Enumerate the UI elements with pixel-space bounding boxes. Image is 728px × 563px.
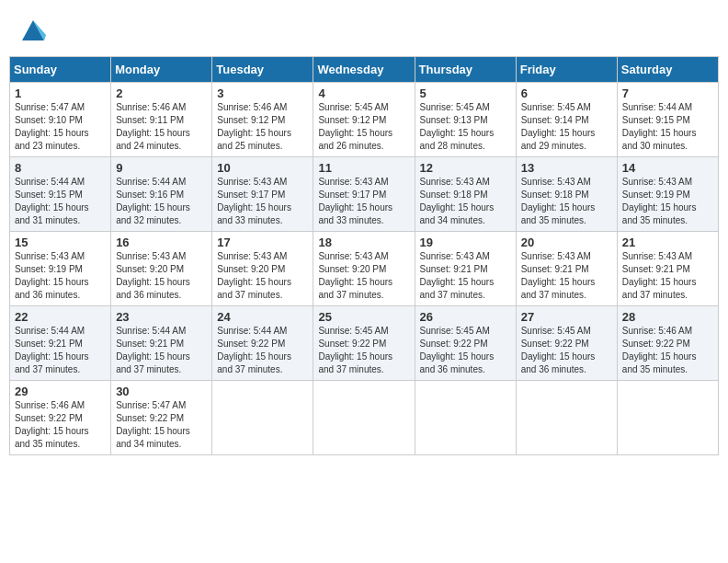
day-number: 24 [217,310,308,324]
day-of-week-header: Thursday [415,57,516,83]
day-number: 12 [420,161,511,175]
day-of-week-header: Monday [111,57,212,83]
day-number: 16 [116,236,207,249]
header [9,9,719,51]
day-number: 8 [15,161,106,175]
day-info: Sunrise: 5:44 AMSunset: 9:21 PMDaylight:… [15,325,106,376]
day-info: Sunrise: 5:47 AMSunset: 9:10 PMDaylight:… [15,101,106,153]
day-info: Sunrise: 5:45 AMSunset: 9:22 PMDaylight:… [420,325,511,376]
calendar-cell: 13Sunrise: 5:43 AMSunset: 9:18 PMDayligh… [516,157,617,232]
day-number: 18 [318,236,409,249]
day-info: Sunrise: 5:43 AMSunset: 9:20 PMDaylight:… [318,250,409,302]
day-info: Sunrise: 5:44 AMSunset: 9:22 PMDaylight:… [217,325,308,376]
calendar-cell: 11Sunrise: 5:43 AMSunset: 9:17 PMDayligh… [313,157,415,232]
day-number: 21 [622,236,713,249]
calendar-week-row: 15Sunrise: 5:43 AMSunset: 9:19 PMDayligh… [10,232,719,306]
day-info: Sunrise: 5:46 AMSunset: 9:12 PMDaylight:… [217,101,308,153]
calendar-cell: 23Sunrise: 5:44 AMSunset: 9:21 PMDayligh… [111,306,212,381]
day-info: Sunrise: 5:43 AMSunset: 9:20 PMDaylight:… [116,250,207,302]
day-number: 13 [521,161,612,175]
day-number: 6 [521,86,612,100]
calendar-cell: 15Sunrise: 5:43 AMSunset: 9:19 PMDayligh… [10,232,111,306]
day-info: Sunrise: 5:43 AMSunset: 9:17 PMDaylight:… [318,176,409,227]
day-number: 9 [116,161,207,175]
day-number: 25 [318,310,409,324]
day-of-week-header: Tuesday [212,57,313,83]
calendar-cell: 1Sunrise: 5:47 AMSunset: 9:10 PMDaylight… [10,83,111,157]
day-info: Sunrise: 5:45 AMSunset: 9:22 PMDaylight:… [521,325,612,376]
calendar-cell: 8Sunrise: 5:44 AMSunset: 9:15 PMDaylight… [10,157,111,232]
calendar-cell: 4Sunrise: 5:45 AMSunset: 9:12 PMDaylight… [313,83,415,157]
calendar-week-row: 29Sunrise: 5:46 AMSunset: 9:22 PMDayligh… [10,381,719,455]
calendar-week-row: 8Sunrise: 5:44 AMSunset: 9:15 PMDaylight… [10,157,719,232]
day-number: 4 [318,86,409,100]
calendar-cell: 30Sunrise: 5:47 AMSunset: 9:22 PMDayligh… [111,381,212,455]
calendar-cell: 14Sunrise: 5:43 AMSunset: 9:19 PMDayligh… [617,157,718,232]
calendar-cell: 3Sunrise: 5:46 AMSunset: 9:12 PMDaylight… [212,83,313,157]
day-number: 15 [15,236,106,249]
calendar-cell [313,381,415,455]
day-number: 1 [15,86,106,100]
calendar-cell: 2Sunrise: 5:46 AMSunset: 9:11 PMDaylight… [111,83,212,157]
calendar-cell: 24Sunrise: 5:44 AMSunset: 9:22 PMDayligh… [212,306,313,381]
day-of-week-header: Sunday [10,57,111,83]
calendar-cell [617,381,718,455]
day-number: 10 [217,161,308,175]
calendar-cell: 28Sunrise: 5:46 AMSunset: 9:22 PMDayligh… [617,306,718,381]
day-info: Sunrise: 5:44 AMSunset: 9:15 PMDaylight:… [15,176,106,227]
calendar-cell: 16Sunrise: 5:43 AMSunset: 9:20 PMDayligh… [111,232,212,306]
day-number: 28 [622,310,713,324]
calendar-week-row: 22Sunrise: 5:44 AMSunset: 9:21 PMDayligh… [10,306,719,381]
day-info: Sunrise: 5:43 AMSunset: 9:21 PMDaylight:… [420,250,511,302]
day-number: 2 [116,86,207,100]
day-number: 11 [318,161,409,175]
calendar-cell [415,381,516,455]
calendar-cell [212,381,313,455]
calendar-cell: 25Sunrise: 5:45 AMSunset: 9:22 PMDayligh… [313,306,415,381]
day-of-week-header: Wednesday [313,57,415,83]
calendar-cell: 17Sunrise: 5:43 AMSunset: 9:20 PMDayligh… [212,232,313,306]
day-info: Sunrise: 5:43 AMSunset: 9:19 PMDaylight:… [622,176,713,227]
day-info: Sunrise: 5:43 AMSunset: 9:18 PMDaylight:… [521,176,612,227]
day-number: 26 [420,310,511,324]
calendar-body: 1Sunrise: 5:47 AMSunset: 9:10 PMDaylight… [10,83,719,455]
day-info: Sunrise: 5:43 AMSunset: 9:21 PMDaylight:… [521,250,612,302]
day-info: Sunrise: 5:43 AMSunset: 9:19 PMDaylight:… [15,250,106,302]
calendar-cell [516,381,617,455]
day-number: 20 [521,236,612,249]
day-info: Sunrise: 5:46 AMSunset: 9:11 PMDaylight:… [116,101,207,153]
calendar-cell: 19Sunrise: 5:43 AMSunset: 9:21 PMDayligh… [415,232,516,306]
day-number: 3 [217,86,308,100]
calendar-cell: 29Sunrise: 5:46 AMSunset: 9:22 PMDayligh… [10,381,111,455]
calendar-cell: 26Sunrise: 5:45 AMSunset: 9:22 PMDayligh… [415,306,516,381]
calendar-cell: 9Sunrise: 5:44 AMSunset: 9:16 PMDaylight… [111,157,212,232]
day-info: Sunrise: 5:43 AMSunset: 9:17 PMDaylight:… [217,176,308,227]
day-number: 19 [420,236,511,249]
day-info: Sunrise: 5:44 AMSunset: 9:16 PMDaylight:… [116,176,207,227]
calendar-cell: 27Sunrise: 5:45 AMSunset: 9:22 PMDayligh… [516,306,617,381]
calendar-cell: 6Sunrise: 5:45 AMSunset: 9:14 PMDaylight… [516,83,617,157]
day-number: 22 [15,310,106,324]
day-info: Sunrise: 5:43 AMSunset: 9:20 PMDaylight:… [217,250,308,302]
calendar: SundayMondayTuesdayWednesdayThursdayFrid… [9,56,719,455]
calendar-cell: 10Sunrise: 5:43 AMSunset: 9:17 PMDayligh… [212,157,313,232]
day-info: Sunrise: 5:44 AMSunset: 9:21 PMDaylight:… [116,325,207,376]
day-info: Sunrise: 5:45 AMSunset: 9:14 PMDaylight:… [521,101,612,153]
day-number: 17 [217,236,308,249]
day-number: 5 [420,86,511,100]
logo-icon [20,17,46,42]
day-number: 7 [622,86,713,100]
day-info: Sunrise: 5:47 AMSunset: 9:22 PMDaylight:… [116,399,207,451]
day-number: 29 [15,385,106,398]
calendar-cell: 22Sunrise: 5:44 AMSunset: 9:21 PMDayligh… [10,306,111,381]
day-number: 14 [622,161,713,175]
day-number: 27 [521,310,612,324]
day-number: 23 [116,310,207,324]
day-info: Sunrise: 5:46 AMSunset: 9:22 PMDaylight:… [15,399,106,451]
day-info: Sunrise: 5:45 AMSunset: 9:22 PMDaylight:… [318,325,409,376]
days-of-week-row: SundayMondayTuesdayWednesdayThursdayFrid… [10,57,719,83]
day-info: Sunrise: 5:45 AMSunset: 9:12 PMDaylight:… [318,101,409,153]
calendar-cell: 20Sunrise: 5:43 AMSunset: 9:21 PMDayligh… [516,232,617,306]
calendar-cell: 21Sunrise: 5:43 AMSunset: 9:21 PMDayligh… [617,232,718,306]
calendar-cell: 12Sunrise: 5:43 AMSunset: 9:18 PMDayligh… [415,157,516,232]
